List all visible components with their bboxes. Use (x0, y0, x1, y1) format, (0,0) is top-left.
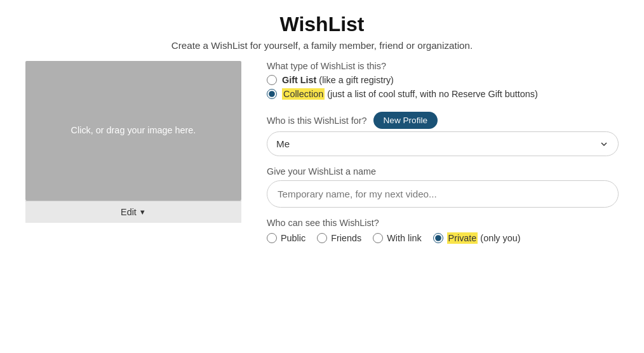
image-edit-bar: Edit ▼ (25, 201, 241, 223)
visibility-label-with-link: With link (387, 233, 421, 243)
page-title: WishList (25, 13, 619, 36)
upload-prompt: Click, or drag your image here. (71, 124, 196, 138)
visibility-options: Public Friends With link P (267, 233, 619, 243)
visibility-option-public[interactable]: Public (267, 233, 305, 243)
form-section: What type of WishList is this? Gift List… (267, 61, 619, 243)
type-radio-gift-list[interactable] (267, 75, 277, 85)
type-option-gift-list[interactable]: Gift List (like a gift registry) (267, 75, 619, 85)
visibility-radio-public[interactable] (267, 233, 277, 243)
type-option-collection[interactable]: Collection (just a list of cool stuff, w… (267, 89, 619, 99)
who-for-dropdown-container: Me Family Member Friend (267, 131, 619, 156)
private-highlight: Private (447, 232, 478, 244)
visibility-radio-friends[interactable] (317, 233, 327, 243)
name-block: Give your WishList a name (267, 166, 619, 208)
page-header: WishList Create a WishList for yourself,… (25, 13, 619, 51)
visibility-block: Who can see this WishList? Public Friend… (267, 218, 619, 243)
visibility-label-public: Public (281, 233, 305, 243)
type-block: What type of WishList is this? Gift List… (267, 61, 619, 99)
edit-button[interactable]: Edit ▼ (121, 207, 146, 217)
visibility-label: Who can see this WishList? (267, 218, 619, 228)
chevron-down-icon: ▼ (139, 208, 146, 216)
who-for-row: Who is this WishList for? New Profile (267, 112, 619, 129)
visibility-label-friends: Friends (331, 233, 361, 243)
visibility-radio-with-link[interactable] (373, 233, 383, 243)
collection-highlight: Collection (282, 88, 325, 100)
page-subtitle: Create a WishList for yourself, a family… (25, 40, 619, 51)
who-for-block: Who is this WishList for? New Profile Me… (267, 109, 619, 156)
who-for-question: Who is this WishList for? (267, 116, 367, 126)
visibility-label-private: Private (only you) (447, 233, 521, 243)
main-layout: Click, or drag your image here. Edit ▼ W… (25, 61, 619, 243)
image-upload-area[interactable]: Click, or drag your image here. (25, 61, 241, 201)
name-label: Give your WishList a name (267, 166, 619, 176)
edit-button-label: Edit (121, 207, 137, 217)
image-section: Click, or drag your image here. Edit ▼ (25, 61, 241, 223)
visibility-option-private[interactable]: Private (only you) (433, 233, 521, 243)
visibility-option-with-link[interactable]: With link (373, 233, 421, 243)
who-for-select[interactable]: Me Family Member Friend (267, 131, 619, 156)
name-input[interactable] (267, 180, 619, 208)
type-radio-collection[interactable] (267, 89, 277, 99)
visibility-radio-private[interactable] (433, 233, 443, 243)
new-profile-button[interactable]: New Profile (373, 112, 438, 129)
type-radio-group: Gift List (like a gift registry) Collect… (267, 75, 619, 99)
type-question: What type of WishList is this? (267, 61, 619, 71)
visibility-option-friends[interactable]: Friends (317, 233, 361, 243)
